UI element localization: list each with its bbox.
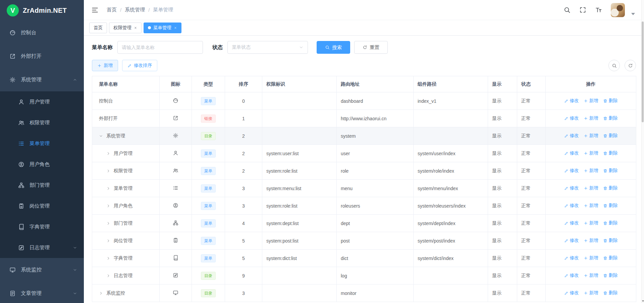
expand-row-icon[interactable] xyxy=(99,291,106,295)
user-icon xyxy=(173,150,178,156)
edit-button[interactable]: 修改 xyxy=(564,185,579,191)
delete-button[interactable]: 删除 xyxy=(603,255,618,261)
filter-bar: 菜单名称 状态 菜单状态 搜索 重置 xyxy=(92,41,636,54)
add-row-button[interactable]: 新增 xyxy=(584,133,598,139)
expand-row-icon[interactable] xyxy=(106,256,113,260)
tab-close-icon[interactable] xyxy=(134,26,137,30)
expand-row-icon[interactable] xyxy=(106,204,113,208)
reset-button[interactable]: 重置 xyxy=(354,41,388,54)
add-row-button[interactable]: 新增 xyxy=(584,290,598,296)
delete-button[interactable]: 删除 xyxy=(603,133,618,139)
delete-button[interactable]: 删除 xyxy=(603,168,618,174)
sidebar-item-article[interactable]: 文章管理 xyxy=(0,282,84,303)
avatar-caret-icon[interactable] xyxy=(630,10,637,17)
add-row-button[interactable]: 新增 xyxy=(584,203,598,209)
sidebar-item-user[interactable]: 用户管理 xyxy=(0,91,84,112)
delete-button[interactable]: 删除 xyxy=(603,98,618,104)
search-icon[interactable] xyxy=(564,6,571,13)
sidebar-item-external[interactable]: 外部打开 xyxy=(0,44,84,68)
order-cell: 0 xyxy=(225,92,262,110)
topbar: 首页 / 系统管理 / 菜单管理 xyxy=(84,0,644,20)
search-button[interactable]: 搜索 xyxy=(317,41,350,54)
sidebar-item-monitor[interactable]: 系统监控 xyxy=(0,258,84,282)
add-row-button[interactable]: 新增 xyxy=(584,168,598,174)
menu-name-input[interactable] xyxy=(117,41,203,54)
sidebar-item-role[interactable]: 权限管理 xyxy=(0,112,84,133)
expand-row-icon[interactable] xyxy=(106,169,113,173)
edit-button[interactable]: 修改 xyxy=(564,220,579,226)
add-button[interactable]: 新增 xyxy=(92,60,118,71)
edit-button[interactable]: 修改 xyxy=(564,255,579,261)
scrollbar-down-arrow[interactable] xyxy=(642,300,644,302)
expand-row-icon[interactable] xyxy=(106,274,113,278)
breadcrumb-item-system[interactable]: 系统管理 xyxy=(125,7,145,13)
edit-button[interactable]: 修改 xyxy=(564,133,579,139)
delete-button[interactable]: 删除 xyxy=(603,115,618,121)
delete-button[interactable]: 删除 xyxy=(603,150,618,156)
sidebar-item-dept[interactable]: 部门管理 xyxy=(0,175,84,196)
edit-button[interactable]: 修改 xyxy=(564,272,579,278)
expand-row-icon[interactable] xyxy=(106,152,113,156)
tab-home[interactable]: 首页 xyxy=(89,23,107,33)
edit-button[interactable]: 修改 xyxy=(564,150,579,156)
status-cell: 正常 xyxy=(517,285,546,302)
add-row-button[interactable]: 新增 xyxy=(584,115,598,121)
tab-menu[interactable]: 菜单管理 xyxy=(144,23,181,33)
delete-button[interactable]: 删除 xyxy=(603,203,618,209)
add-row-button[interactable]: 新增 xyxy=(584,237,598,244)
fullscreen-icon[interactable] xyxy=(579,6,586,13)
collapse-row-icon[interactable] xyxy=(99,134,106,138)
sort-button[interactable]: 修改排序 xyxy=(122,60,157,71)
user-role-icon xyxy=(173,203,178,208)
expand-row-icon[interactable] xyxy=(106,186,113,190)
table-search-button[interactable] xyxy=(608,60,620,71)
add-row-button[interactable]: 新增 xyxy=(584,98,598,104)
tab-close-icon[interactable] xyxy=(174,26,177,30)
edit-button[interactable]: 修改 xyxy=(564,98,579,104)
sidebar-item-menu[interactable]: 菜单管理 xyxy=(0,133,84,154)
font-size-icon[interactable] xyxy=(595,6,602,13)
edit-button[interactable]: 修改 xyxy=(564,203,579,209)
app-logo[interactable]: V ZrAdmin.NET xyxy=(0,0,84,21)
sidebar-item-log[interactable]: 日志管理 xyxy=(0,237,84,258)
delete-button[interactable]: 删除 xyxy=(603,272,618,278)
sidebar-item-system[interactable]: 系统管理 xyxy=(0,68,84,91)
add-row-button[interactable]: 新增 xyxy=(584,220,598,226)
sidebar-item-label: 系统管理 xyxy=(21,76,42,83)
add-row-button[interactable]: 新增 xyxy=(584,150,598,156)
tab-role[interactable]: 权限管理 xyxy=(109,23,142,33)
column-header: 图标 xyxy=(160,76,192,92)
delete-button[interactable]: 删除 xyxy=(603,185,618,191)
add-row-button[interactable]: 新增 xyxy=(584,185,598,191)
edit-button[interactable]: 修改 xyxy=(564,237,579,244)
avatar[interactable] xyxy=(611,3,625,17)
breadcrumb-item-home[interactable]: 首页 xyxy=(107,7,117,13)
expand-row-icon[interactable] xyxy=(106,239,113,243)
delete-button[interactable]: 删除 xyxy=(603,237,618,244)
sidebar-item-dict[interactable]: 字典管理 xyxy=(0,216,84,237)
column-header: 菜单名称 xyxy=(92,76,160,92)
table-row: 系统监控目录3monitor显示正常修改新增删除 xyxy=(92,285,636,302)
table-refresh-button[interactable] xyxy=(625,60,636,71)
order-cell: 3 xyxy=(225,197,262,215)
expand-row-icon[interactable] xyxy=(106,221,113,225)
delete-button[interactable]: 删除 xyxy=(603,290,618,296)
sidebar-item-post[interactable]: 岗位管理 xyxy=(0,196,84,216)
status-cell: 正常 xyxy=(517,180,546,197)
edit-button[interactable]: 修改 xyxy=(564,115,579,121)
scrollbar-thumb[interactable] xyxy=(642,21,644,122)
delete-button[interactable]: 删除 xyxy=(603,220,618,226)
edit-button[interactable]: 修改 xyxy=(564,168,579,174)
scrollbar[interactable] xyxy=(641,0,644,303)
sidebar-item-roleusers[interactable]: 用户角色 xyxy=(0,154,84,175)
add-row-button[interactable]: 新增 xyxy=(584,255,598,261)
status-cell: 正常 xyxy=(517,232,546,250)
sidebar-toggle-icon[interactable] xyxy=(91,6,99,14)
header-actions xyxy=(564,3,637,17)
sidebar-item-dashboard[interactable]: 控制台 xyxy=(0,21,84,44)
status-cell: 正常 xyxy=(517,197,546,215)
add-row-button[interactable]: 新增 xyxy=(584,272,598,278)
status-select[interactable]: 菜单状态 xyxy=(227,41,308,54)
external-link-icon xyxy=(9,53,16,59)
edit-button[interactable]: 修改 xyxy=(564,290,579,296)
